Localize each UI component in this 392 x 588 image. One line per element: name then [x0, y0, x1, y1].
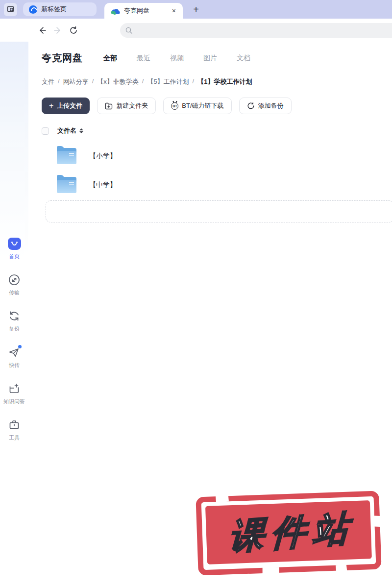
sidebar-item-label: 快传: [9, 362, 20, 369]
notification-dot: [18, 345, 22, 348]
tab-video[interactable]: 视频: [160, 54, 194, 63]
upload-file-button[interactable]: + 上传文件: [42, 98, 90, 114]
backup-sync-icon: [8, 310, 21, 322]
breadcrumb-item[interactable]: 【x】非教学类: [97, 77, 139, 86]
tab-search-button[interactable]: [4, 3, 17, 16]
new-tab-button[interactable]: +: [190, 3, 202, 16]
quark-browser-logo-icon: [29, 5, 37, 14]
tab-doc[interactable]: 文档: [227, 54, 260, 63]
file-name: 【小学】: [89, 152, 117, 161]
stamp-inner: 课件站: [205, 500, 372, 564]
home-smile-icon: [8, 238, 21, 250]
sidebar-item-home[interactable]: 首页: [0, 238, 28, 260]
breadcrumb-item[interactable]: 网站分享: [63, 77, 89, 86]
tab-search-icon: [7, 5, 15, 13]
breadcrumb-separator: /: [142, 77, 144, 86]
transfer-icon: [8, 273, 21, 286]
refresh-icon[interactable]: [69, 26, 78, 35]
forward-icon[interactable]: [53, 26, 62, 35]
breadcrumb-item[interactable]: 【5】工作计划: [147, 77, 189, 86]
browser-tab-label: 夸克网盘: [124, 6, 171, 15]
sidebar: 首页 传输 备份: [0, 42, 28, 588]
sidebar-item-transfer[interactable]: 传输: [0, 273, 28, 296]
browser-tab-bar: 新标签页 夸克网盘 × +: [0, 0, 392, 19]
select-all-checkbox[interactable]: [42, 127, 49, 135]
breadcrumb-separator: /: [193, 77, 195, 86]
sync-circle-icon: [247, 102, 255, 110]
search-input[interactable]: [120, 23, 392, 38]
breadcrumb-separator: /: [58, 77, 60, 86]
folder-icon: [57, 148, 76, 164]
browser-nav-bar: [0, 19, 392, 42]
toolbar: + 上传文件 新建文件夹 BT BT/磁力链下载: [42, 98, 392, 114]
file-list-header: 文件名: [42, 126, 392, 135]
tab-all[interactable]: 全部: [94, 54, 127, 63]
breadcrumb-item[interactable]: 文件: [42, 77, 54, 86]
browser-tab-label: 新标签页: [41, 5, 91, 14]
sidebar-item-label: 传输: [9, 289, 20, 296]
tab-close-icon[interactable]: ×: [171, 7, 177, 15]
page-title: 夸克网盘: [42, 51, 83, 65]
add-backup-button[interactable]: 添加备份: [239, 98, 292, 114]
watermark-stamp: 课件站: [196, 491, 381, 576]
new-folder-button[interactable]: 新建文件夹: [97, 98, 156, 114]
sidebar-item-knowledge-qa[interactable]: 知识问答: [0, 382, 28, 405]
folder-icon: [57, 177, 76, 193]
sidebar-item-label: 首页: [9, 253, 20, 260]
sidebar-item-label: 工具: [9, 434, 20, 441]
paper-plane-icon: [8, 346, 21, 359]
view-tabs: 全部 最近 视频 图片 文档: [94, 54, 260, 63]
folder-plus-icon: [105, 102, 113, 110]
sort-icon[interactable]: [79, 128, 83, 133]
quark-drive-cloud-icon: [110, 7, 120, 15]
upload-dropzone[interactable]: [46, 200, 392, 222]
upload-file-label: 上传文件: [57, 101, 82, 110]
breadcrumb-separator: /: [92, 77, 94, 86]
bt-download-label: BT/磁力链下载: [182, 101, 223, 110]
new-folder-label: 新建文件夹: [116, 101, 148, 110]
knowledge-qa-icon: [8, 382, 21, 395]
browser-tab-newtab[interactable]: 新标签页: [23, 2, 97, 16]
bt-magnet-download-button[interactable]: BT BT/磁力链下载: [163, 98, 231, 114]
file-row-middle-school[interactable]: 【中学】: [42, 177, 392, 193]
stamp-text: 课件站: [221, 504, 356, 561]
add-backup-label: 添加备份: [258, 101, 284, 110]
sidebar-item-tools[interactable]: 工具: [0, 418, 28, 441]
plus-icon: +: [49, 101, 53, 110]
search-icon: [125, 26, 133, 34]
file-row-primary-school[interactable]: 【小学】: [42, 148, 392, 164]
breadcrumb-current: 【1】学校工作计划: [197, 77, 252, 86]
filename-column-label: 文件名: [57, 126, 76, 135]
toolbox-icon: [8, 418, 21, 431]
breadcrumb: 文件 / 网站分享 / 【x】非教学类 / 【5】工作计划 / 【1】学校工作计…: [42, 77, 392, 86]
sidebar-item-quick-share[interactable]: 快传: [0, 346, 28, 369]
browser-tab-quark-drive[interactable]: 夸克网盘 ×: [104, 3, 183, 19]
tab-recent[interactable]: 最近: [127, 54, 160, 63]
file-name: 【中学】: [89, 181, 117, 190]
sidebar-item-label: 知识问答: [3, 398, 25, 405]
back-icon[interactable]: [38, 26, 47, 35]
tab-image[interactable]: 图片: [194, 54, 227, 63]
bt-download-icon: BT: [171, 102, 178, 110]
sidebar-item-backup[interactable]: 备份: [0, 310, 28, 333]
sidebar-item-label: 备份: [9, 325, 20, 333]
